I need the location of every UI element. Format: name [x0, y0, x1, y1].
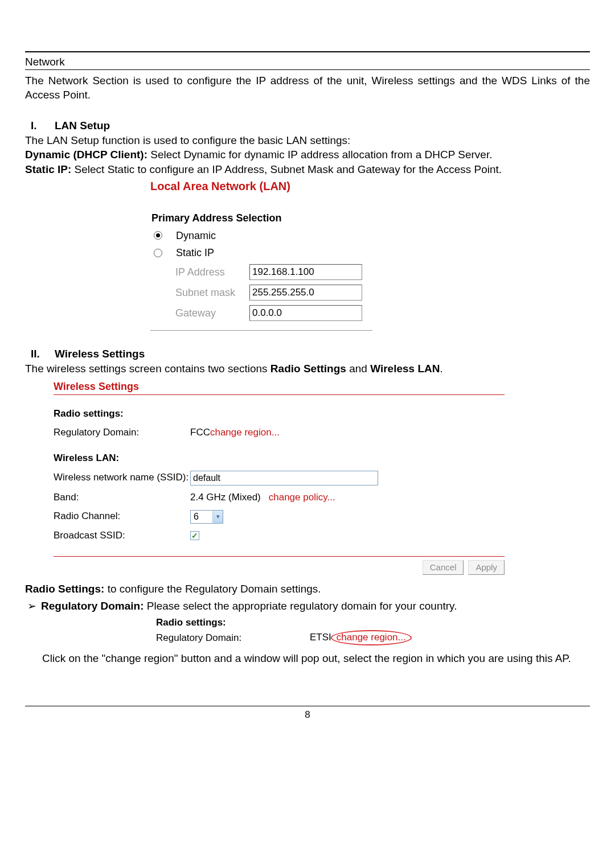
apply-button[interactable]: Apply — [468, 560, 505, 575]
broadcast-ssid-label: Broadcast SSID: — [54, 529, 190, 542]
radio-settings-panel2: Radio settings: Regulatory Domain: ETSI … — [156, 616, 424, 645]
change-policy-link[interactable]: change policy... — [269, 491, 335, 504]
chevron-down-icon: ▾ — [212, 511, 223, 523]
radio-dynamic[interactable]: Dynamic — [154, 229, 372, 242]
broadcast-ssid-checkbox[interactable]: ✓ — [190, 531, 199, 540]
section-title: Network — [25, 55, 590, 69]
wireless-lan-head: Wireless LAN: — [54, 452, 505, 465]
regulatory-domain-value2: ETSI — [310, 631, 331, 644]
wireless-panel-title: Wireless Settings — [54, 380, 505, 395]
radio-static[interactable]: Static IP — [154, 246, 372, 260]
section-body: The Network Section is used to configure… — [25, 73, 590, 102]
lan-panel-sub: Primary Address Selection — [151, 211, 372, 225]
regulatory-domain-label: Regulatory Domain: — [54, 426, 190, 439]
lan-panel: Local Area Network (LAN) Primary Address… — [150, 179, 372, 331]
wireless-panel: Wireless Settings Radio settings: Regula… — [54, 380, 505, 575]
page-number: 8 — [25, 709, 590, 722]
ip-address-label: IP Address — [175, 265, 239, 279]
lan-dhcp: Dynamic (DHCP Client): Select Dynamic fo… — [25, 147, 590, 162]
gateway-label: Gateway — [175, 306, 239, 320]
subnet-mask-label: Subnet mask — [175, 286, 239, 299]
subnet-mask-input[interactable] — [249, 285, 362, 301]
change-region-link[interactable]: change region... — [210, 426, 280, 439]
regulatory-domain-desc: ➢ Regulatory Domain: Please select the a… — [25, 599, 590, 614]
regulatory-domain-label2: Regulatory Domain: — [156, 632, 310, 645]
ssid-input[interactable] — [190, 471, 378, 486]
wireless-intro: The wireless settings screen contains tw… — [25, 361, 590, 376]
radio-settings-head2: Radio settings: — [156, 616, 310, 630]
change-region-instruction: Click on the "change region" button and … — [42, 651, 590, 666]
radio-icon — [154, 249, 162, 257]
band-value: 2.4 GHz (Mixed) — [190, 491, 261, 504]
heading-wireless: II. Wireless Settings — [25, 347, 590, 361]
band-label: Band: — [54, 491, 190, 504]
change-region-highlight[interactable]: change region... — [331, 630, 412, 645]
radio-settings-head: Radio settings: — [54, 408, 505, 421]
ssid-label: Wireless network name (SSID): — [54, 471, 190, 484]
channel-select[interactable]: 6 ▾ — [190, 510, 223, 524]
ip-address-input[interactable] — [249, 264, 362, 280]
regulatory-domain-value: FCC — [190, 426, 210, 439]
lan-panel-title: Local Area Network (LAN) — [150, 179, 372, 194]
lan-intro: The LAN Setup function is used to config… — [25, 133, 590, 148]
radio-icon — [154, 231, 162, 240]
channel-label: Radio Channel: — [54, 510, 190, 523]
radio-settings-desc: Radio Settings: to configure the Regulat… — [25, 582, 590, 597]
heading-lan-setup: I. LAN Setup — [25, 118, 590, 133]
cancel-button[interactable]: Cancel — [423, 560, 464, 575]
lan-static: Static IP: Select Static to configure an… — [25, 162, 590, 177]
gateway-input[interactable] — [249, 305, 362, 321]
